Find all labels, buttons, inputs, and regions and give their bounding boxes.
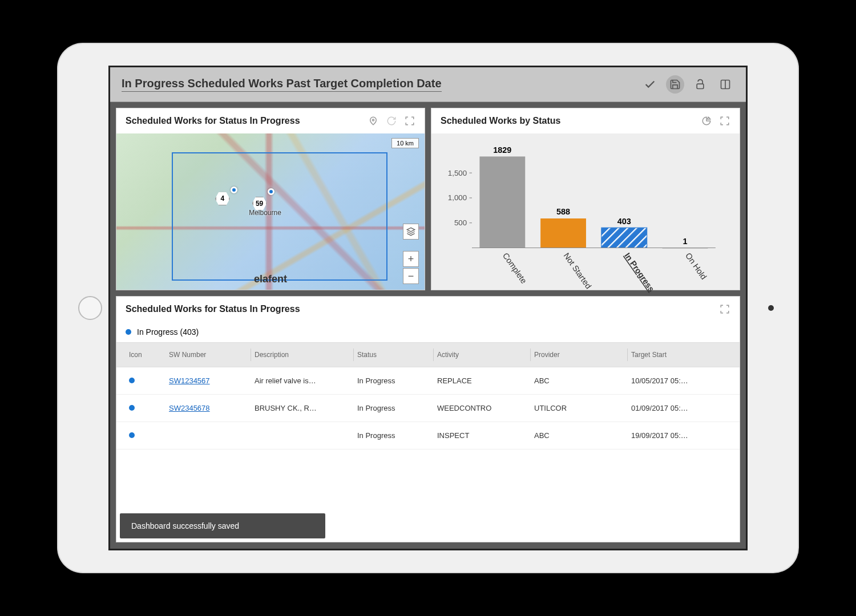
table-row[interactable]: SW1234567Air relief valve is…In Progress…: [116, 367, 740, 395]
svg-text:500: 500: [454, 218, 467, 227]
home-button[interactable]: [78, 296, 102, 320]
cell-target: 01/09/2017 05:…: [628, 403, 730, 414]
map-panel-header: Scheduled Works for Status In Progress: [116, 108, 425, 133]
page-title: In Progress Scheduled Works Past Target …: [122, 77, 442, 92]
zoom-out-button[interactable]: −: [403, 268, 419, 284]
camera-icon: [768, 305, 774, 311]
pie-chart-icon[interactable]: [701, 115, 712, 127]
status-label: In Progress (403): [137, 327, 199, 337]
cell-target: 19/09/2017 05:…: [628, 430, 730, 441]
cell-status: In Progress: [354, 430, 434, 441]
svg-text:1829: 1829: [493, 145, 511, 155]
screen: In Progress Scheduled Works Past Target …: [108, 66, 748, 550]
table-panel-header: Scheduled Works for Status In Progress: [116, 297, 740, 322]
svg-rect-13: [479, 156, 525, 248]
map-city-label: Melbourne: [249, 209, 281, 217]
table-panel-title: Scheduled Works for Status In Progress: [126, 304, 300, 314]
lock-icon[interactable]: [691, 75, 709, 94]
save-icon[interactable]: [666, 75, 684, 94]
cell-target: 10/05/2017 05:…: [628, 375, 730, 386]
check-icon[interactable]: [641, 75, 659, 94]
svg-text:1: 1: [683, 237, 687, 246]
fullscreen-icon[interactable]: [719, 115, 730, 127]
row-status-dot-icon: [129, 378, 135, 383]
table-row[interactable]: SW2345678BRUSHY CK., R…In ProgressWEEDCO…: [116, 395, 740, 422]
fullscreen-icon[interactable]: [404, 115, 415, 127]
cell-desc: [251, 435, 354, 437]
chart-panel-title: Scheduled Works by Status: [441, 116, 560, 126]
table-column-header[interactable]: Status: [354, 348, 434, 361]
svg-text:On Hold: On Hold: [684, 251, 708, 281]
table-column-header[interactable]: Description: [251, 348, 354, 361]
status-filter[interactable]: In Progress (403): [116, 322, 740, 342]
row-status-dot-icon: [129, 432, 135, 438]
map-panel-title: Scheduled Works for Status In Progress: [126, 116, 300, 126]
map-point-icon[interactable]: [268, 188, 274, 195]
table-header: IconSW NumberDescriptionStatusActivityPr…: [116, 342, 740, 367]
table-column-header[interactable]: Target Start: [628, 348, 730, 361]
map-point-icon[interactable]: [231, 187, 237, 193]
toast-message: Dashboard successfully saved: [131, 521, 239, 530]
cell-activity: WEEDCONTRO: [434, 403, 531, 414]
svg-marker-4: [407, 228, 414, 232]
table-column-header[interactable]: SW Number: [165, 348, 251, 361]
header-actions: [641, 75, 734, 94]
svg-rect-19: [601, 228, 647, 248]
cell-provider: ABC: [531, 375, 628, 386]
table-column-header[interactable]: Provider: [531, 348, 628, 361]
table-column-header[interactable]: Icon: [126, 348, 165, 361]
cell-provider: UTILCOR: [531, 403, 628, 414]
map-scale: 10 km: [391, 138, 419, 148]
refresh-icon[interactable]: [386, 115, 397, 127]
table-body: SW1234567Air relief valve is…In Progress…: [116, 367, 740, 449]
cell-desc: BRUSHY CK., R…: [251, 403, 354, 414]
svg-text:403: 403: [617, 217, 631, 226]
svg-text:1,500: 1,500: [448, 169, 467, 177]
status-dot-icon: [126, 329, 131, 335]
cell-status: In Progress: [354, 375, 434, 386]
svg-rect-16: [540, 218, 586, 248]
map[interactable]: 10 km 4 59 Melbourne + − elafent: [116, 133, 425, 290]
zoom-in-button[interactable]: +: [403, 251, 419, 267]
chart-panel-header: Scheduled Works by Status: [431, 108, 740, 133]
svg-text:588: 588: [556, 207, 570, 216]
map-zoom: + −: [403, 251, 419, 284]
chart-svg: 5001,0001,5001829Complete588Not Started4…: [437, 139, 728, 299]
tablet-frame: In Progress Scheduled Works Past Target …: [57, 43, 799, 573]
chart-panel: Scheduled Works by Status 5001,0001,5001…: [431, 108, 740, 290]
sw-number-link[interactable]: SW2345678: [169, 404, 210, 412]
svg-text:Complete: Complete: [501, 251, 528, 285]
cell-activity: REPLACE: [434, 375, 531, 386]
cell-activity: INSPECT: [434, 430, 531, 441]
svg-rect-0: [697, 84, 704, 88]
svg-text:Not Started: Not Started: [562, 251, 593, 290]
cell-provider: ABC: [531, 430, 628, 441]
map-pin-icon[interactable]: [368, 115, 379, 127]
table-panel: Scheduled Works for Status In Progress I…: [116, 296, 740, 542]
row-status-dot-icon: [129, 405, 135, 411]
content: Scheduled Works for Status In Progress 1…: [110, 102, 746, 548]
fullscreen-icon[interactable]: [719, 303, 730, 315]
svg-text:1,000: 1,000: [448, 193, 467, 202]
layout-icon[interactable]: [716, 75, 734, 94]
cell-desc: Air relief valve is…: [251, 375, 354, 386]
sw-number-link[interactable]: SW1234567: [169, 376, 210, 385]
layers-icon[interactable]: [403, 224, 419, 240]
toast: Dashboard successfully saved: [120, 513, 325, 538]
chart[interactable]: 5001,0001,5001829Complete588Not Started4…: [431, 133, 740, 305]
svg-text:In Progress: In Progress: [623, 251, 656, 293]
table-column-header[interactable]: Activity: [434, 348, 531, 361]
header: In Progress Scheduled Works Past Target …: [110, 67, 746, 102]
cell-status: In Progress: [354, 403, 434, 414]
map-brand: elafent: [254, 273, 287, 285]
svg-point-3: [373, 119, 374, 121]
table-row[interactable]: In ProgressINSPECTABC19/09/2017 05:…: [116, 422, 740, 449]
map-panel: Scheduled Works for Status In Progress 1…: [116, 108, 425, 290]
